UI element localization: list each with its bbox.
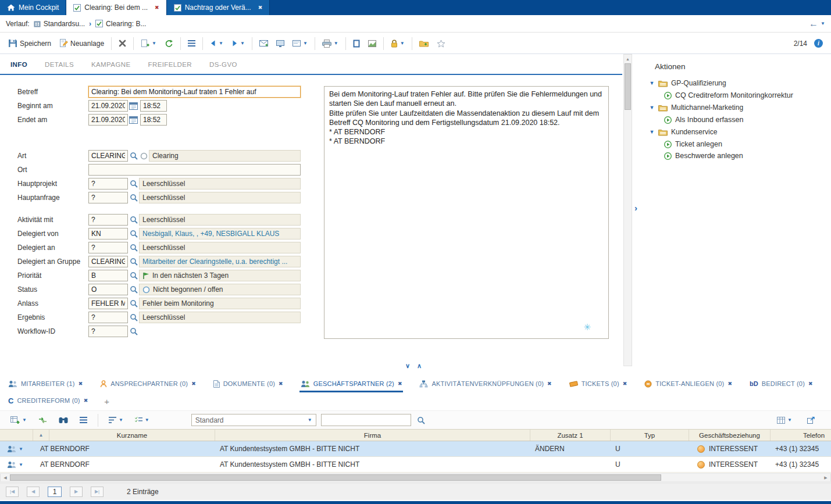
anlass-code-input[interactable] (88, 298, 128, 309)
new-letter-button[interactable]: ▼ (289, 38, 311, 49)
subtab-dokumente[interactable]: DOKUMENTE (0) ✖ (212, 377, 284, 392)
add-shortcut-button[interactable] (416, 37, 432, 49)
close-icon[interactable]: ✖ (79, 381, 83, 387)
tab-info[interactable]: INFO (10, 61, 27, 72)
betreff-input[interactable] (88, 86, 301, 98)
close-icon[interactable]: ✖ (808, 381, 813, 387)
action-group-multichannel[interactable]: ▼ Multichannel-Marketing (641, 101, 831, 114)
save-button[interactable]: Speichern (5, 37, 55, 50)
grid-header-kurzname[interactable]: Kurzname (49, 430, 215, 441)
grid-header-icon-col[interactable] (0, 430, 33, 441)
tab-details[interactable]: DETAILS (45, 61, 74, 72)
lookup-icon[interactable] (128, 312, 139, 323)
start-date-input[interactable] (88, 100, 128, 112)
subtab-mitarbeiter[interactable]: MITARBEITER (1) ✖ (7, 377, 84, 392)
refresh-button[interactable] (161, 37, 177, 50)
previous-page-button[interactable]: ◀ (27, 487, 40, 497)
first-page-button[interactable]: |◀ (6, 487, 19, 497)
lookup-icon[interactable] (128, 256, 139, 267)
tab-clearing[interactable]: Clearing: Bei dem ... ✖ (66, 0, 166, 15)
end-time-input[interactable] (140, 114, 167, 126)
scrollbar-thumb[interactable] (625, 63, 631, 110)
subtab-aktivitaetenverknuepfungen[interactable]: AKTIVITÄTENVERKNÜPFUNGEN (0) ✖ (418, 377, 552, 392)
close-icon[interactable]: ✖ (258, 5, 263, 10)
subtab-geschaeftspartner[interactable]: GESCHÄFTSPARTNER (2) ✖ (299, 377, 404, 392)
chevron-down-icon[interactable]: ▼ (649, 129, 655, 135)
aktivitaet-code-input[interactable] (88, 214, 128, 226)
previous-record-button[interactable]: ▼ (206, 38, 227, 49)
tab-mein-cockpit[interactable]: Mein Cockpit (0, 0, 66, 15)
calendar-icon[interactable] (128, 115, 139, 125)
action-group-kundenservice[interactable]: ▼ Kundenservice (641, 126, 831, 138)
actions-panel-collapse-handle[interactable]: › (634, 203, 637, 213)
subtab-bedirect[interactable]: bD BEDIRECT (0) ✖ (748, 377, 814, 392)
add-tab-button[interactable]: + (104, 396, 109, 406)
notes-textarea[interactable]: Bei dem Monitoring-Lauf traten Fehler au… (324, 86, 609, 339)
vertical-scrollbar[interactable]: ▲ ▼ (623, 54, 632, 366)
scroll-up-icon[interactable]: ▲ (624, 55, 632, 63)
lookup-icon[interactable] (128, 215, 139, 225)
lookup-icon[interactable] (128, 228, 139, 239)
delegiert-an-code-input[interactable] (88, 242, 128, 253)
info-icon[interactable]: i (814, 39, 823, 48)
close-icon[interactable]: ✖ (84, 398, 88, 403)
list-view-toggle-button[interactable] (76, 414, 91, 426)
back-arrow-icon[interactable]: ← (809, 19, 818, 29)
status-code-input[interactable] (88, 284, 128, 295)
new-record-dropdown-button[interactable]: ▼ (137, 37, 160, 50)
history-item-clearing[interactable]: Clearing: B... (95, 20, 146, 28)
art-code-input[interactable] (88, 150, 128, 162)
page-number-input[interactable] (48, 487, 62, 497)
collapse-up-icon[interactable]: ∧ (417, 362, 422, 370)
hauptprojekt-code-input[interactable] (88, 178, 128, 190)
open-in-window-button[interactable] (804, 414, 818, 426)
tab-freifelder[interactable]: FREIFELDER (148, 61, 192, 72)
row-menu-icon[interactable]: ▼ (19, 446, 23, 452)
close-icon[interactable]: ✖ (623, 381, 627, 387)
grid-header-firma[interactable]: Firma (215, 430, 530, 441)
journal-button[interactable] (349, 37, 363, 50)
lookup-icon[interactable] (128, 242, 139, 253)
lookup-icon[interactable] (128, 298, 139, 309)
lookup-icon[interactable] (128, 151, 139, 161)
close-icon[interactable]: ✖ (727, 381, 732, 387)
action-als-inbound[interactable]: Als Inbound erfassen (641, 114, 831, 126)
grid-header-beziehung[interactable]: Geschäftsbeziehung (689, 430, 771, 441)
prioritaet-code-input[interactable] (88, 270, 128, 281)
search-records-button[interactable] (55, 414, 72, 426)
favorite-button[interactable] (433, 37, 449, 50)
scrollbar-thumb[interactable] (10, 474, 661, 481)
close-icon[interactable]: ✖ (279, 381, 283, 387)
subtab-ticket-anliegen[interactable]: TICKET-ANLIEGEN (0) ✖ (643, 377, 733, 392)
action-ticket-anlegen[interactable]: Ticket anlegen (641, 138, 831, 150)
search-icon[interactable] (416, 415, 427, 426)
new-email-button[interactable] (256, 38, 272, 49)
filter-button[interactable]: ▼ (105, 414, 127, 426)
grid-header-telefon[interactable]: Telefon (771, 430, 831, 441)
grid-header-sort-col[interactable]: ▲ (33, 430, 49, 441)
grid-header-typ[interactable]: Typ (611, 430, 689, 441)
calendar-icon[interactable] (128, 101, 139, 111)
close-icon[interactable]: ✖ (398, 381, 402, 387)
close-icon[interactable]: ✖ (155, 5, 159, 10)
subtab-tickets[interactable]: TICKETS (0) ✖ (568, 377, 629, 392)
list-view-button[interactable] (184, 38, 199, 49)
tab-nachtrag[interactable]: Nachtrag oder Verä... ✖ (167, 0, 270, 15)
chevron-down-icon[interactable]: ▼ (821, 21, 825, 26)
close-icon[interactable]: ✖ (547, 381, 552, 387)
horizontal-scrollbar[interactable]: ◀ ▶ (0, 473, 831, 482)
action-beschwerde-anlegen[interactable]: Beschwerde anlegen (641, 150, 831, 162)
view-options-button[interactable]: ▼ (131, 414, 153, 426)
action-cq-creditreform[interactable]: CQ Creditreform Monitoringkorrektur (641, 90, 831, 101)
hauptanfrage-code-input[interactable] (88, 192, 128, 203)
tab-dsgvo[interactable]: DS-GVO (209, 61, 237, 72)
scroll-left-icon[interactable]: ◀ (1, 474, 10, 481)
collapse-down-icon[interactable]: ∨ (405, 362, 410, 370)
delete-button[interactable] (115, 37, 130, 49)
lookup-icon[interactable] (128, 284, 139, 295)
chevron-down-icon[interactable]: ▼ (649, 80, 655, 86)
new-appointment-button[interactable] (273, 38, 288, 49)
lookup-icon[interactable] (128, 326, 139, 337)
print-button[interactable]: ▼ (319, 37, 342, 50)
workflow-code-input[interactable] (88, 326, 128, 337)
